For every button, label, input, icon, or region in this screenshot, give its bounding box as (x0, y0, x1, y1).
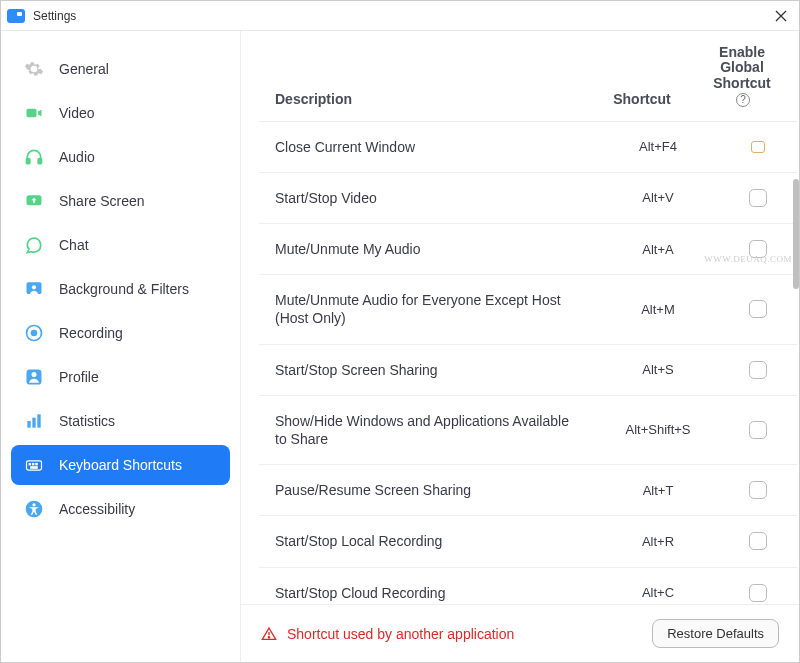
shortcut-global-cell (723, 421, 793, 439)
sidebar: General Video Audio Share Screen (1, 31, 241, 662)
sidebar-item-label: Keyboard Shortcuts (59, 457, 218, 473)
statistics-icon (23, 410, 45, 432)
shortcut-global-cell (723, 189, 793, 207)
svg-rect-10 (27, 421, 30, 428)
shortcut-description: Start/Stop Screen Sharing (275, 361, 593, 379)
shortcut-key[interactable]: Alt+F4 (593, 139, 723, 154)
shortcut-key[interactable]: Alt+M (593, 302, 723, 317)
shortcut-key[interactable]: Alt+R (593, 534, 723, 549)
table-body[interactable]: Close Current WindowAlt+F4Start/Stop Vid… (241, 121, 799, 604)
sidebar-item-profile[interactable]: Profile (11, 357, 230, 397)
headphones-icon (23, 146, 45, 168)
global-shortcut-checkbox[interactable] (749, 584, 767, 602)
sidebar-item-label: Background & Filters (59, 281, 218, 297)
sidebar-item-label: Share Screen (59, 193, 218, 209)
watermark: WWW.DEUAQ.COM (704, 254, 792, 264)
shortcut-key[interactable]: Alt+V (593, 190, 723, 205)
sidebar-item-label: Video (59, 105, 218, 121)
global-shortcut-checkbox[interactable] (749, 189, 767, 207)
header-description: Description (275, 91, 577, 107)
svg-point-7 (31, 330, 38, 337)
keyboard-icon (23, 454, 45, 476)
window-title: Settings (33, 9, 76, 23)
sidebar-item-chat[interactable]: Chat (11, 225, 230, 265)
svg-point-5 (32, 285, 36, 289)
shortcut-description: Start/Stop Video (275, 189, 593, 207)
sidebar-item-statistics[interactable]: Statistics (11, 401, 230, 441)
svg-rect-16 (36, 463, 38, 465)
shortcut-row: Mute/Unmute My AudioAlt+A (259, 223, 797, 274)
shortcut-global-cell (723, 361, 793, 379)
shortcut-global-cell (723, 141, 793, 153)
shortcut-row: Start/Stop Cloud RecordingAlt+C (259, 567, 797, 604)
shortcut-row: Mute/Unmute Audio for Everyone Except Ho… (259, 274, 797, 343)
sidebar-item-label: Statistics (59, 413, 218, 429)
shortcut-key[interactable]: Alt+C (593, 585, 723, 600)
shortcut-description: Mute/Unmute My Audio (275, 240, 593, 258)
table-header: Description Shortcut Enable Global Short… (241, 31, 799, 121)
close-icon (775, 10, 787, 22)
shortcut-global-cell (723, 300, 793, 318)
sidebar-item-audio[interactable]: Audio (11, 137, 230, 177)
sidebar-item-video[interactable]: Video (11, 93, 230, 133)
sidebar-item-general[interactable]: General (11, 49, 230, 89)
shortcut-description: Start/Stop Local Recording (275, 532, 593, 550)
shortcut-global-cell (723, 584, 793, 602)
sidebar-item-recording[interactable]: Recording (11, 313, 230, 353)
svg-rect-11 (32, 418, 35, 428)
warning-icon (261, 626, 277, 642)
sidebar-item-background-filters[interactable]: Background & Filters (11, 269, 230, 309)
svg-rect-2 (38, 159, 41, 164)
scrollbar-thumb[interactable] (793, 179, 799, 289)
svg-rect-1 (27, 159, 30, 164)
gear-icon (23, 58, 45, 80)
shortcut-row: Pause/Resume Screen SharingAlt+T (259, 464, 797, 515)
shortcut-description: Mute/Unmute Audio for Everyone Except Ho… (275, 291, 593, 327)
sidebar-item-label: General (59, 61, 218, 77)
shortcut-description: Pause/Resume Screen Sharing (275, 481, 593, 499)
global-shortcut-checkbox[interactable] (749, 481, 767, 499)
background-icon (23, 278, 45, 300)
close-button[interactable] (769, 4, 793, 28)
global-shortcut-checkbox[interactable] (749, 361, 767, 379)
profile-icon (23, 366, 45, 388)
shortcut-key[interactable]: Alt+Shift+S (593, 422, 723, 437)
sidebar-item-accessibility[interactable]: Accessibility (11, 489, 230, 529)
shortcut-global-cell (723, 481, 793, 499)
shortcut-key[interactable]: Alt+S (593, 362, 723, 377)
global-shortcut-checkbox[interactable] (751, 141, 765, 153)
shortcut-row: Show/Hide Windows and Applications Avail… (259, 395, 797, 464)
shortcut-description: Start/Stop Cloud Recording (275, 584, 593, 602)
shortcut-row: Start/Stop VideoAlt+V (259, 172, 797, 223)
video-icon (23, 102, 45, 124)
warning-text: Shortcut used by another application (287, 626, 642, 642)
svg-rect-12 (37, 414, 40, 427)
header-enable-global-text: Enable Global Shortcut (713, 44, 771, 91)
sidebar-item-keyboard-shortcuts[interactable]: Keyboard Shortcuts (11, 445, 230, 485)
sidebar-item-label: Audio (59, 149, 218, 165)
recording-icon (23, 322, 45, 344)
sidebar-item-label: Recording (59, 325, 218, 341)
header-enable-global: Enable Global Shortcut ? (707, 45, 777, 107)
settings-window: Settings General Video (0, 0, 800, 663)
help-icon[interactable]: ? (736, 93, 750, 107)
global-shortcut-checkbox[interactable] (749, 532, 767, 550)
restore-defaults-button[interactable]: Restore Defaults (652, 619, 779, 648)
sidebar-item-label: Chat (59, 237, 218, 253)
shortcut-description: Close Current Window (275, 138, 593, 156)
shortcut-key[interactable]: Alt+T (593, 483, 723, 498)
svg-point-19 (32, 503, 35, 506)
header-shortcut: Shortcut (577, 91, 707, 107)
sidebar-item-share-screen[interactable]: Share Screen (11, 181, 230, 221)
app-icon (7, 9, 25, 23)
global-shortcut-checkbox[interactable] (749, 421, 767, 439)
accessibility-icon (23, 498, 45, 520)
content: General Video Audio Share Screen (1, 31, 799, 662)
share-screen-icon (23, 190, 45, 212)
svg-rect-17 (31, 467, 38, 469)
global-shortcut-checkbox[interactable] (749, 300, 767, 318)
shortcut-row: Start/Stop Screen SharingAlt+S (259, 344, 797, 395)
sidebar-item-label: Accessibility (59, 501, 218, 517)
main-panel: Description Shortcut Enable Global Short… (241, 31, 799, 662)
titlebar: Settings (1, 1, 799, 31)
